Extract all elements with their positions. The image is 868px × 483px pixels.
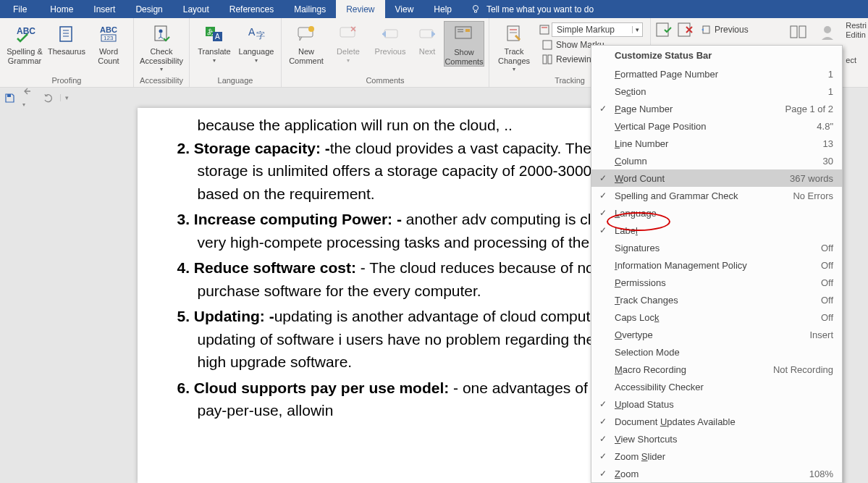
comment-next-icon (416, 22, 439, 46)
svg-point-18 (308, 26, 314, 32)
tab-layout[interactable]: Layout (173, 0, 219, 18)
translate-button[interactable]: あA Translate ▾ (194, 21, 235, 64)
status-bar-menu-item[interactable]: ✓Document Updates Available (591, 413, 842, 430)
menu-item-value: Page 1 of 2 (785, 104, 834, 114)
comment-delete-icon (337, 22, 360, 46)
tab-review[interactable]: Review (336, 0, 384, 18)
status-bar-menu-item[interactable]: ✓Label (591, 222, 842, 239)
previous-comment-button[interactable]: Previous (370, 21, 410, 56)
comments-group-label: Comments (282, 76, 489, 87)
menu-item-value: 30 (823, 156, 833, 167)
check-icon: ✓ (591, 434, 615, 444)
status-bar-menu-item[interactable]: ✓Word Count367 words (591, 169, 842, 187)
redo-icon[interactable] (43, 93, 53, 103)
status-bar-menu-item[interactable]: Formatted Page Number1 (591, 65, 842, 83)
block-authors-icon[interactable] (816, 21, 839, 44)
delete-comment-button[interactable]: Delete ▾ (328, 21, 368, 64)
check-accessibility-button[interactable]: Check Accessibility ▾ (138, 21, 185, 72)
status-bar-menu-item[interactable]: OvertypeInsert (591, 326, 842, 343)
check-icon: ✓ (591, 225, 615, 235)
menu-item-value: 367 words (790, 173, 833, 184)
tab-mailings[interactable]: Mailings (284, 0, 336, 18)
status-bar-menu-item[interactable]: Accessibility Checker (591, 378, 842, 395)
status-bar-menu-item[interactable]: SignaturesOff (591, 239, 842, 256)
accept-icon[interactable] (654, 21, 674, 38)
status-bar-menu-item[interactable]: Selection Mode (591, 343, 842, 361)
status-bar-menu-item[interactable]: ✓Zoom Slider (591, 448, 842, 465)
tab-insert[interactable]: Insert (83, 0, 125, 18)
tab-help[interactable]: Help (424, 0, 462, 18)
menu-item-label: Page Number (615, 104, 785, 114)
check-icon: ✓ (591, 451, 615, 461)
spelling-grammar-button[interactable]: ABC Spelling & Grammar (4, 21, 45, 65)
status-bar-menu-item[interactable]: PermissionsOff (591, 274, 842, 291)
svg-rect-32 (543, 55, 547, 64)
tab-view[interactable]: View (385, 0, 424, 18)
thesaurus-icon (55, 22, 78, 46)
status-bar-menu-item[interactable]: ✓Language (591, 204, 842, 222)
thesaurus-label: Thesaurus (48, 47, 85, 56)
track-changes-icon (502, 22, 526, 46)
menu-item-value: Off (821, 243, 833, 253)
tab-home[interactable]: Home (40, 0, 83, 18)
save-icon[interactable] (4, 93, 15, 104)
status-bar-menu-item[interactable]: Line Number13 (591, 135, 842, 152)
menu-item-label: Zoom (615, 469, 809, 479)
status-bar-menu-item[interactable]: ✓Spelling and Grammar CheckNo Errors (591, 187, 842, 204)
undo-icon[interactable]: ▾ (22, 86, 35, 109)
spelling-label: Spelling & Grammar (7, 47, 43, 65)
group-proofing: ABC Spelling & Grammar Thesaurus ABC123 … (0, 18, 134, 87)
menu-tab-bar: File Home Insert Design Layout Reference… (0, 0, 868, 18)
status-bar-menu-item[interactable]: ✓View Shortcuts (591, 430, 842, 448)
status-bar-menu-item[interactable]: Section1 (591, 83, 842, 100)
chevron-down-icon: ▾ (213, 57, 216, 64)
chevron-down-icon: ▾ (632, 26, 639, 33)
qat-customize-icon[interactable]: ▾ (60, 94, 69, 101)
menu-item-value: 1 (828, 86, 833, 97)
markup-select-value: Simple Markup (557, 25, 615, 35)
language-label: Language (239, 47, 274, 56)
previous-label: Previous (375, 47, 406, 56)
word-count-button[interactable]: ABC123 Word Count (88, 21, 129, 65)
next-comment-button[interactable]: Next (412, 21, 442, 56)
status-bar-menu-item[interactable]: Macro RecordingNot Recording (591, 361, 842, 378)
menu-item-label: Caps Lock (615, 312, 821, 323)
new-comment-label: New Comment (289, 47, 324, 65)
menu-item-value: 108% (809, 469, 833, 479)
svg-rect-23 (458, 29, 463, 30)
compare-icon[interactable] (788, 21, 809, 44)
previous-change-button[interactable]: Previous (697, 21, 751, 38)
menu-item-label: Overtype (615, 329, 809, 340)
accessibility-icon (150, 22, 173, 46)
display-for-review-select[interactable]: Simple Markup ▾ (552, 22, 643, 37)
status-bar-menu-item[interactable]: Vertical Page Position4.8" (591, 117, 842, 135)
tell-me-search[interactable]: Tell me what you want to do (462, 0, 602, 18)
thesaurus-button[interactable]: Thesaurus (46, 21, 87, 56)
menu-item-value: Off (821, 312, 833, 323)
show-comments-button[interactable]: Show Comments (444, 21, 484, 67)
tell-me-placeholder: Tell me what you want to do (486, 4, 594, 14)
tab-file[interactable]: File (0, 0, 40, 18)
accessibility-label: Check Accessibility (140, 47, 183, 65)
comment-new-icon (295, 22, 318, 46)
menu-item-label: Section (615, 86, 828, 97)
svg-rect-25 (465, 29, 470, 32)
language-button[interactable]: A字 Language ▾ (236, 21, 277, 64)
status-bar-menu-item[interactable]: ✓Zoom108% (591, 465, 842, 482)
status-bar-menu-item[interactable]: Column30 (591, 152, 842, 169)
new-comment-button[interactable]: New Comment (286, 21, 326, 65)
tab-design[interactable]: Design (125, 0, 172, 18)
status-bar-menu-item[interactable]: ✓Page NumberPage 1 of 2 (591, 100, 842, 117)
status-bar-menu-item[interactable]: Track ChangesOff (591, 291, 842, 308)
reject-icon[interactable] (675, 21, 696, 38)
menu-item-label: Permissions (615, 277, 821, 288)
svg-text:A: A (215, 33, 220, 41)
tab-references[interactable]: References (219, 0, 284, 18)
status-bar-menu-item[interactable]: ✓Upload Status (591, 395, 842, 413)
menu-item-label: View Shortcuts (615, 434, 833, 445)
status-bar-menu-item[interactable]: Information Management PolicyOff (591, 256, 842, 274)
track-changes-button[interactable]: Track Changes ▾ (494, 21, 534, 72)
status-bar-menu-item[interactable]: Caps LockOff (591, 308, 842, 326)
svg-rect-31 (543, 41, 552, 49)
menu-item-value: Insert (809, 329, 833, 340)
